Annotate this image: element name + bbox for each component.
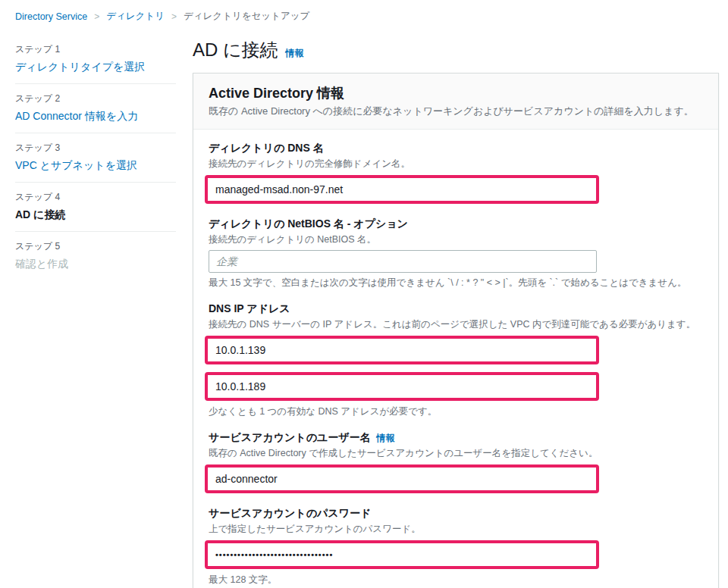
- sidebar-step-2-link[interactable]: AD Connector 情報を入力: [15, 109, 176, 123]
- field-netbios-name: ディレクトリの NetBIOS 名 - オプション 接続先のディレクトリの Ne…: [209, 217, 703, 289]
- dns-name-input[interactable]: [208, 178, 596, 201]
- spacer: [209, 365, 703, 371]
- panel-title: Active Directory 情報: [209, 84, 703, 102]
- page-heading: AD に接続 情報: [193, 35, 719, 73]
- breadcrumb-current: ディレクトリをセットアップ: [184, 10, 309, 23]
- password-hint: 最大 128 文字。: [209, 574, 703, 586]
- step-number: ステップ 4: [15, 191, 176, 204]
- netbios-description: 接続先のディレクトリの NetBIOS 名。: [209, 233, 703, 246]
- sidebar-step-2: ステップ 2 AD Connector 情報を入力: [15, 83, 176, 133]
- page-title: AD に接続: [193, 38, 278, 62]
- password-label: サービスアカウントのパスワード: [209, 507, 703, 521]
- dns-ip-input-1[interactable]: [208, 339, 596, 361]
- step-number: ステップ 1: [15, 43, 176, 56]
- breadcrumb-link-directories[interactable]: ディレクトリ: [106, 10, 165, 23]
- active-directory-info-panel: Active Directory 情報 既存の Active Directory…: [193, 73, 719, 588]
- panel-body: ディレクトリの DNS 名 接続先のディレクトリの完全修飾ドメイン名。 ディレク…: [193, 130, 718, 588]
- panel-description: 既存の Active Directory への接続に必要なネットワーキングおよび…: [209, 105, 703, 118]
- netbios-input[interactable]: [209, 250, 597, 273]
- breadcrumb-link-directory-service[interactable]: Directory Service: [15, 11, 87, 22]
- panel-header: Active Directory 情報 既存の Active Directory…: [193, 74, 718, 130]
- annotation-highlight-box: [205, 175, 599, 204]
- sidebar-step-3-link[interactable]: VPC とサブネットを選択: [15, 158, 176, 172]
- dns-name-label: ディレクトリの DNS 名: [209, 142, 703, 155]
- field-directory-dns-name: ディレクトリの DNS 名 接続先のディレクトリの完全修飾ドメイン名。: [209, 142, 703, 205]
- field-service-account-password: サービスアカウントのパスワード 上で指定したサービスアカウントのパスワード。 最…: [209, 507, 703, 586]
- annotation-highlight-box: [205, 336, 599, 364]
- netbios-hint: 最大 15 文字で、空白または次の文字は使用できません `\ / : * ? "…: [209, 277, 703, 289]
- sidebar-step-3: ステップ 3 VPC とサブネットを選択: [15, 133, 176, 182]
- breadcrumb: Directory Service > ディレクトリ > ディレクトリをセットア…: [0, 0, 728, 23]
- sidebar-step-1-link[interactable]: ディレクトリタイプを選択: [15, 60, 176, 74]
- field-dns-ip-addresses: DNS IP アドレス 接続先の DNS サーバーの IP アドレス。これは前の…: [209, 302, 703, 418]
- main-content: AD に接続 情報 Active Directory 情報 既存の Active…: [176, 35, 719, 588]
- wizard-steps-sidebar: ステップ 1 ディレクトリタイプを選択 ステップ 2 AD Connector …: [15, 35, 176, 280]
- annotation-highlight-box: [205, 372, 599, 401]
- annotation-highlight-box: [205, 464, 599, 493]
- username-label-row: サービスアカウントのユーザー名 情報: [209, 431, 703, 445]
- step-number: ステップ 2: [15, 92, 176, 105]
- service-password-input[interactable]: [208, 543, 596, 566]
- service-username-input[interactable]: [208, 468, 596, 490]
- netbios-label: ディレクトリの NetBIOS 名 - オプション: [209, 217, 703, 231]
- dns-ip-description: 接続先の DNS サーバーの IP アドレス。これは前のページで選択した VPC…: [209, 318, 703, 331]
- username-info-link[interactable]: 情報: [377, 432, 395, 445]
- annotation-highlight-box: [205, 540, 599, 569]
- username-label: サービスアカウントのユーザー名: [209, 431, 371, 445]
- sidebar-step-4-current: ステップ 4 AD に接続: [15, 182, 176, 231]
- username-description: 既存の Active Directory で作成したサービスアカウントのユーザー…: [209, 447, 703, 460]
- password-description: 上で指定したサービスアカウントのパスワード。: [209, 523, 703, 536]
- dns-ip-label: DNS IP アドレス: [209, 302, 703, 316]
- step-number: ステップ 5: [15, 240, 176, 253]
- step-number: ステップ 3: [15, 142, 176, 155]
- page-title-info-link[interactable]: 情報: [286, 47, 304, 60]
- breadcrumb-separator: >: [94, 11, 99, 22]
- sidebar-step-1: ステップ 1 ディレクトリタイプを選択: [15, 35, 176, 83]
- dns-ip-input-2[interactable]: [208, 375, 596, 398]
- breadcrumb-separator: >: [171, 11, 177, 22]
- field-service-account-username: サービスアカウントのユーザー名 情報 既存の Active Directory …: [209, 431, 703, 494]
- sidebar-step-4-label: AD に接続: [15, 208, 176, 221]
- dns-ip-hint: 少なくとも 1 つの有効な DNS アドレスが必要です。: [209, 405, 703, 418]
- dns-name-description: 接続先のディレクトリの完全修飾ドメイン名。: [209, 158, 703, 170]
- sidebar-step-5: ステップ 5 確認と作成: [15, 231, 176, 280]
- sidebar-step-5-label: 確認と作成: [15, 257, 176, 271]
